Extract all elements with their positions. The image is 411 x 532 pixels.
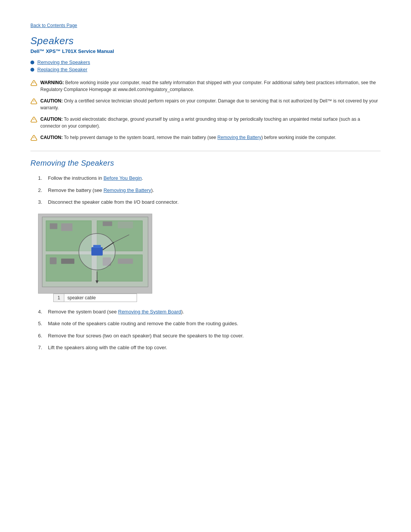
battery-link[interactable]: Removing the Battery bbox=[217, 135, 261, 140]
caption-label: speaker cable bbox=[64, 294, 137, 302]
steps-list-initial: 1. Follow the instructions in Before You… bbox=[38, 174, 381, 206]
caption-table: 1 speaker cable bbox=[53, 294, 137, 302]
toc-link-removing[interactable]: Removing the Speakers bbox=[37, 59, 90, 65]
svg-rect-14 bbox=[50, 223, 57, 229]
caption-num: 1 bbox=[54, 294, 64, 302]
step-3: 3. Disconnect the speaker cable from the… bbox=[38, 198, 381, 206]
warning-notice: WARNING: Before working inside your comp… bbox=[30, 79, 381, 93]
steps-list-continued: 4. Remove the system board (see Removing… bbox=[38, 308, 381, 351]
step-5: 5. Make note of the speakers cable routi… bbox=[38, 320, 381, 328]
caution-icon-1 bbox=[30, 98, 37, 107]
svg-rect-19 bbox=[61, 258, 75, 264]
caution-notice-1: CAUTION: Only a certified service techni… bbox=[30, 97, 381, 111]
svg-rect-21 bbox=[118, 258, 133, 264]
diagram-container: 1 speaker cable bbox=[38, 214, 152, 302]
caution-text-1: CAUTION: Only a certified service techni… bbox=[40, 97, 381, 111]
laptop-diagram-image bbox=[38, 214, 152, 294]
removing-section-title: Removing the Speakers bbox=[30, 159, 381, 168]
step-7: 7. Lift the speakers along with the cabl… bbox=[38, 344, 381, 351]
removing-battery-link[interactable]: Removing the Battery bbox=[104, 187, 151, 193]
caution-notice-2: CAUTION: To avoid electrostatic discharg… bbox=[30, 116, 381, 129]
step-6: 6. Remove the four screws (two on each s… bbox=[38, 332, 381, 340]
svg-rect-16 bbox=[103, 221, 112, 226]
svg-rect-18 bbox=[50, 257, 57, 264]
page-subtitle: Dell™ XPS™ L701X Service Manual bbox=[30, 48, 381, 54]
toc-item-replacing: Replacing the Speaker bbox=[30, 67, 381, 72]
caution-icon-2 bbox=[30, 116, 37, 125]
page-title: Speakers bbox=[30, 35, 381, 47]
caution-text-2: CAUTION: To avoid electrostatic discharg… bbox=[40, 116, 381, 129]
back-to-contents-link[interactable]: Back to Contents Page bbox=[30, 23, 381, 28]
section-divider bbox=[30, 151, 381, 151]
bullet-icon bbox=[30, 61, 34, 64]
svg-rect-17 bbox=[118, 221, 133, 228]
bullet-icon bbox=[30, 68, 34, 72]
toc-item-removing: Removing the Speakers bbox=[30, 59, 381, 65]
svg-rect-15 bbox=[61, 223, 73, 231]
caution-icon-3 bbox=[30, 134, 37, 143]
toc-link-replacing[interactable]: Replacing the Speaker bbox=[37, 67, 88, 72]
step-4: 4. Remove the system board (see Removing… bbox=[38, 308, 381, 316]
toc-list: Removing the Speakers Replacing the Spea… bbox=[30, 59, 381, 72]
step-1: 1. Follow the instructions in Before You… bbox=[38, 174, 381, 182]
warning-text: WARNING: Before working inside your comp… bbox=[40, 79, 381, 93]
caution-notice-3: CAUTION: To help prevent damage to the s… bbox=[30, 134, 381, 143]
warning-icon bbox=[30, 80, 37, 88]
laptop-internals-svg bbox=[38, 214, 152, 294]
removing-system-board-link[interactable]: Removing the System Board bbox=[118, 309, 181, 315]
caution-text-3: CAUTION: To help prevent damage to the s… bbox=[40, 134, 381, 141]
step-2: 2. Remove the battery (see Removing the … bbox=[38, 187, 381, 194]
before-you-begin-link[interactable]: Before You Begin bbox=[104, 175, 142, 181]
svg-rect-24 bbox=[93, 245, 101, 248]
svg-rect-23 bbox=[91, 247, 103, 256]
